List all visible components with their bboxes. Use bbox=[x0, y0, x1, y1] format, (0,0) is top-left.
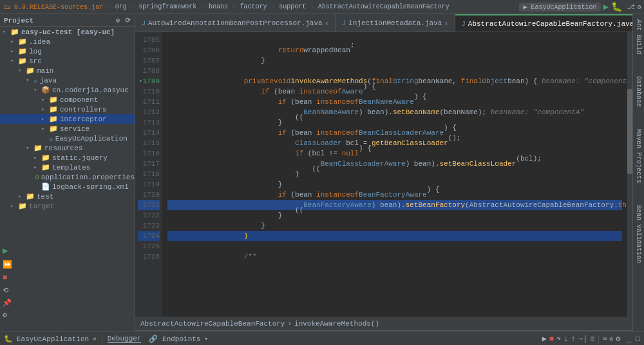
step-out-icon[interactable]: ↑ bbox=[571, 335, 576, 344]
separator: › bbox=[107, 3, 111, 11]
tab-close-autowired[interactable]: ✕ bbox=[325, 20, 328, 27]
run-config-label[interactable]: ▶ EasyUcApplication bbox=[519, 3, 600, 12]
code-editor[interactable]: 1785 1786 1787 1788 •1789 1710 1711 1712… bbox=[135, 32, 632, 317]
tab-close-injection[interactable]: ✕ bbox=[444, 20, 448, 27]
bottom-panel: 🐛 EasyUcApplication ✕ Debugger 🔗 Endpoin… bbox=[0, 331, 644, 345]
springframework-label[interactable]: springframework bbox=[137, 3, 198, 10]
class-label[interactable]: AbstractAutowireCapableBeanFactory bbox=[317, 3, 451, 10]
git-icon[interactable]: ⎇ bbox=[627, 3, 635, 11]
breadcrumb-separator: › bbox=[287, 320, 292, 328]
code-line-1787: } bbox=[167, 55, 622, 66]
debug-button[interactable]: 🐛 bbox=[611, 1, 622, 12]
ant-build-panel[interactable]: Ant Build bbox=[634, 17, 643, 57]
stop-icon[interactable]: ■ bbox=[549, 335, 554, 344]
tree-item-static[interactable]: ▸ 📁 static.jquery bbox=[0, 153, 135, 163]
debug-bar: 🐛 EasyUcApplication ✕ Debugger 🔗 Endpoin… bbox=[0, 331, 644, 345]
tree-item-java[interactable]: ▾ ☕ java bbox=[0, 75, 135, 85]
editor-tabs: J AutowiredAnnotationBeanPostProcessor.j… bbox=[135, 14, 632, 32]
tab-icon: J bbox=[342, 20, 346, 27]
tree-item-project[interactable]: ▾ 📁 easy-uc-test [easy-uc] bbox=[0, 27, 135, 37]
step-over-icon[interactable]: ↷ bbox=[556, 334, 561, 344]
endpoints-tab[interactable]: 🔗 Endpoints bbox=[149, 335, 200, 343]
top-bar: 🗂 0.9.RELEASE-sources.jar › org › spring… bbox=[0, 0, 644, 14]
factory-label[interactable]: factory bbox=[239, 3, 269, 10]
breadcrumb-method[interactable]: invokeAwareMethods() bbox=[294, 320, 379, 328]
run-button[interactable]: ▶ bbox=[603, 1, 609, 12]
sidebar-config-icon[interactable]: ⚙ bbox=[115, 16, 120, 25]
tree-item-appprops[interactable]: ⚙ application.properties bbox=[0, 172, 135, 182]
settings-debug-icon[interactable]: ⚙ bbox=[616, 334, 620, 344]
debug-tab-arrow[interactable]: ▾ bbox=[204, 335, 207, 342]
tree-item-controllers[interactable]: ▸ 📁 controllers bbox=[0, 104, 135, 114]
run-to-cursor-icon[interactable]: →| bbox=[578, 335, 587, 344]
tree-item-log[interactable]: ▸ 📁 log bbox=[0, 46, 135, 56]
maven-panel[interactable]: Maven Projects bbox=[634, 126, 643, 186]
resume-icon[interactable]: ▶ bbox=[542, 334, 547, 344]
line-numbers: 1785 1786 1787 1788 •1789 1710 1711 1712… bbox=[135, 32, 162, 317]
tree-item-test[interactable]: ▸ 📁 test bbox=[0, 192, 135, 201]
project-tree: ▾ 📁 easy-uc-test [easy-uc] ▸ 📁 .idea ▸ 📁… bbox=[0, 27, 135, 331]
minimize-icon[interactable]: _ bbox=[627, 335, 632, 344]
tree-item-main-class[interactable]: ☕ EasyUcApplication bbox=[0, 133, 135, 143]
right-side-panels: Ant Build Database Maven Projects Bean V… bbox=[632, 14, 644, 331]
frames-icon[interactable]: ∞ bbox=[603, 335, 607, 342]
tree-item-logback[interactable]: 📄 logback-spring.xml bbox=[0, 182, 135, 192]
settings-icon[interactable]: ⚙ bbox=[638, 3, 641, 11]
sidebar-sync-icon[interactable]: ⟳ bbox=[125, 16, 131, 25]
tab-icon: J bbox=[142, 20, 146, 27]
tree-item-src[interactable]: ▾ 📁 src bbox=[0, 56, 135, 66]
sep2 bbox=[598, 335, 599, 344]
tree-item-main[interactable]: ▾ 📁 main bbox=[0, 66, 135, 75]
tree-item-package[interactable]: ▾ 📦 cn.coderjia.easyuc bbox=[0, 85, 135, 95]
sidebar: Project ⚙ ⟳ ▾ 📁 easy-uc-test [easy-uc] ▸… bbox=[0, 14, 135, 331]
tab-icon: J bbox=[462, 21, 466, 28]
debug-close[interactable]: ✕ bbox=[93, 335, 96, 342]
tree-item-idea[interactable]: ▸ 📁 .idea bbox=[0, 37, 135, 46]
breadcrumb-class[interactable]: AbstractAutowireCapableBeanFactory bbox=[140, 320, 285, 328]
debugger-tab[interactable]: Debugger bbox=[108, 335, 142, 343]
sidebar-header: Project ⚙ ⟳ bbox=[0, 14, 135, 27]
editor-area: J AutowiredAnnotationBeanPostProcessor.j… bbox=[135, 14, 632, 331]
tree-item-target[interactable]: ▸ 📁 target bbox=[0, 201, 135, 211]
tree-item-resources[interactable]: ▾ 📁 resources bbox=[0, 143, 135, 153]
toolbar-icons: ⎇ ⚙ bbox=[627, 3, 641, 11]
tree-item-templates[interactable]: ▸ 📁 templates bbox=[0, 163, 135, 172]
tab-label: AbstractAutowireCapableBeanFactory.java bbox=[468, 20, 632, 28]
maximize-icon[interactable]: □ bbox=[636, 335, 640, 344]
beans-label[interactable]: beans bbox=[207, 3, 229, 10]
breadcrumb: AbstractAutowireCapableBeanFactory › inv… bbox=[135, 317, 632, 331]
support-label[interactable]: support bbox=[278, 3, 307, 10]
evaluate-icon[interactable]: ≡ bbox=[590, 335, 594, 344]
code-content[interactable]: return wrappedBean; } private void invok… bbox=[162, 32, 627, 317]
tab-label: AutowiredAnnotationBeanPostProcessor.jav… bbox=[148, 19, 323, 27]
database-panel[interactable]: Database bbox=[634, 74, 643, 110]
code-line-1726: /** bbox=[167, 251, 622, 262]
scroll-indicator[interactable] bbox=[627, 32, 632, 317]
tree-item-service[interactable]: ▸ 📁 service bbox=[0, 124, 135, 133]
tree-item-interceptor[interactable]: ▸ 📁 interceptor bbox=[0, 114, 135, 124]
bean-validation-panel[interactable]: Bean Validation bbox=[634, 202, 643, 266]
sidebar-title: Project bbox=[4, 17, 33, 25]
jar-label[interactable]: 🗂 0.9.RELEASE-sources.jar bbox=[3, 3, 104, 11]
tab-abstract-factory[interactable]: J AbstractAutowireCapableBeanFactory.jav… bbox=[455, 14, 632, 32]
tab-autowired[interactable]: J AutowiredAnnotationBeanPostProcessor.j… bbox=[135, 14, 336, 32]
sep bbox=[102, 335, 102, 344]
step-into-icon[interactable]: ↓ bbox=[564, 335, 568, 344]
debug-icon: 🐛 bbox=[4, 335, 13, 343]
org-label[interactable]: org bbox=[114, 3, 128, 10]
code-line-1724: } bbox=[167, 231, 622, 241]
debug-session-label[interactable]: EasyUcApplication bbox=[17, 335, 89, 343]
threads-icon[interactable]: ⊙ bbox=[609, 335, 613, 343]
tree-item-component[interactable]: ▸ 📁 component bbox=[0, 95, 135, 104]
tab-label: InjectionMetadata.java bbox=[348, 19, 442, 27]
debug-controls: ▶ ■ ↷ ↓ ↑ →| ≡ ∞ ⊙ ⚙ bbox=[542, 334, 621, 344]
tab-injection[interactable]: J InjectionMetadata.java ✕ bbox=[336, 14, 455, 32]
